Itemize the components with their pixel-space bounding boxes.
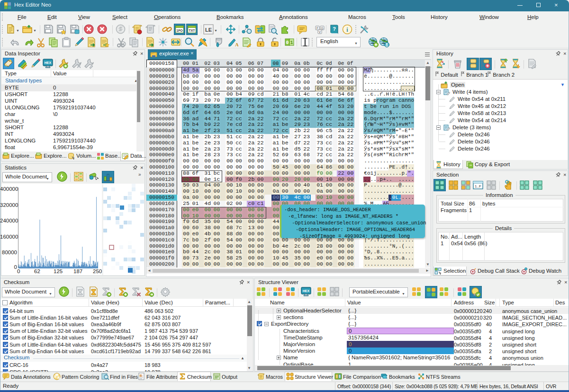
svg-text:1FO: 1FO (176, 29, 183, 32)
svg-text:HEX: HEX (45, 61, 52, 64)
svg-text:?: ? (333, 26, 336, 32)
svg-text:HEX: HEX (303, 289, 310, 293)
svg-text:TXT: TXT (189, 29, 196, 32)
svg-text:V: V (319, 30, 321, 34)
svg-text:LE: LE (205, 27, 212, 33)
svg-text:0: 0 (286, 40, 289, 45)
svg-text:F: F (316, 27, 318, 30)
svg-text:1: 1 (290, 40, 293, 45)
svg-text:G: G (321, 27, 323, 30)
svg-text:A: A (235, 42, 238, 47)
svg-text:B:: B: (140, 374, 143, 377)
svg-text:1..F: 1..F (475, 184, 481, 188)
